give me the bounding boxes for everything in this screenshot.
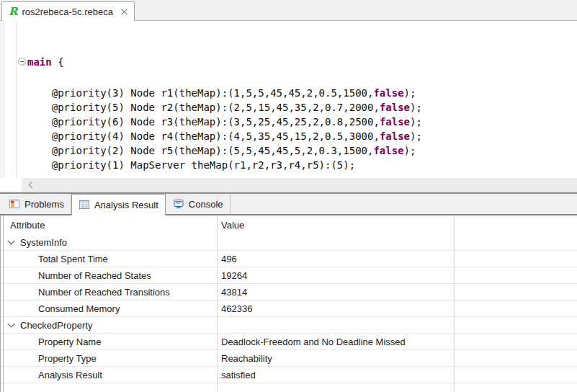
- code-line[interactable]: @priority(1) MapServer theMap(r1,r2,r3,r…: [27, 158, 577, 172]
- attribute-label: Number of Reached States: [38, 270, 151, 281]
- table-row[interactable]: Property NameDeadlock-Freedom and No Dea…: [1, 334, 577, 350]
- problems-icon: [9, 198, 20, 210]
- horizontal-scrollbar[interactable]: [0, 178, 577, 192]
- fold-collapse-icon[interactable]: [18, 58, 26, 66]
- column-divider-attribute-value[interactable]: [217, 215, 218, 392]
- code-lines: main { @priority(3) Node r1(theMap):(1,5…: [27, 55, 577, 172]
- attribute-label: Property Type: [38, 353, 97, 364]
- attribute-cell: Property Name: [1, 334, 217, 349]
- attribute-label: Total Spent Time: [38, 254, 108, 264]
- attribute-cell: Number of Reached States: [1, 267, 217, 283]
- value-cell: 43814: [217, 284, 577, 300]
- table-row[interactable]: Consumed Memory462336: [1, 300, 577, 317]
- attribute-cell: Number of Reached Transitions: [1, 284, 217, 300]
- attribute-label: SystemInfo: [20, 237, 67, 248]
- attribute-cell: CheckedProperty: [1, 317, 217, 333]
- tab-label: Analysis Result: [94, 200, 158, 210]
- tab-console[interactable]: Console: [166, 194, 231, 214]
- table-row[interactable]: Total Spent Time496: [1, 251, 577, 267]
- table-row[interactable]: Property TypeReachability: [1, 350, 577, 367]
- console-icon: [173, 198, 184, 210]
- chevron-down-icon[interactable]: [8, 320, 15, 327]
- attribute-label: Analysis Result: [38, 370, 102, 380]
- attribute-label: Property Name: [38, 337, 101, 347]
- attribute-cell: Property Type: [1, 350, 217, 366]
- bottom-view-pane: ProblemsAnalysis ResultConsole Attribute…: [0, 194, 577, 392]
- afra-ide-window: R ros2rebeca-5c.rebeca main { @priority(…: [0, 0, 577, 392]
- attribute-label: Consumed Memory: [38, 303, 120, 314]
- value-cell: [217, 317, 577, 333]
- value-cell: 496: [217, 251, 577, 267]
- code-line[interactable]: @priority(6) Node r3(theMap):(3,5,25,45,…: [27, 115, 577, 129]
- table-row[interactable]: Analysis Resultsatisfied: [1, 367, 577, 383]
- editor-tabbar: R ros2rebeca-5c.rebeca: [0, 0, 577, 21]
- table-header: Attribute Value: [1, 215, 577, 234]
- tab-label: Console: [189, 199, 223, 210]
- value-cell: [217, 234, 577, 250]
- gutter-divider: [16, 21, 17, 178]
- code-line[interactable]: main {: [27, 55, 577, 69]
- value-cell: Deadlock-Freedom and No Deadline Missed: [217, 334, 577, 349]
- annotation-ruler: [0, 21, 5, 178]
- table-row[interactable]: CheckedProperty: [1, 317, 577, 334]
- attribute-cell: Analysis Result: [1, 367, 217, 383]
- value-cell: 462336: [217, 300, 577, 316]
- value-cell: 19264: [217, 267, 577, 283]
- close-icon[interactable]: [121, 9, 128, 15]
- code-line-current[interactable]: @priority(2) Node r5(theMap):(5,5,45,45,…: [27, 143, 577, 158]
- attribute-cell: SystemInfo: [1, 234, 217, 250]
- code-line[interactable]: @priority(4) Node r4(theMap):(4,5,35,45,…: [27, 129, 577, 143]
- table-row[interactable]: Number of Reached States19264: [1, 267, 577, 284]
- chevron-down-icon[interactable]: [8, 237, 15, 244]
- code-line[interactable]: @priority(3) Node r1(theMap):(1,5,5,45,4…: [27, 86, 577, 100]
- scroll-left-arrow-icon[interactable]: [29, 182, 36, 189]
- table-row[interactable]: SystemInfo: [1, 234, 577, 251]
- scrollbar-corner: [0, 178, 22, 192]
- analysis-rows: SystemInfoTotal Spent Time496Number of R…: [1, 234, 577, 383]
- code-line[interactable]: [27, 69, 577, 86]
- value-cell: satisfied: [217, 367, 577, 383]
- table-row[interactable]: Number of Reached Transitions43814: [1, 284, 577, 300]
- attribute-cell: Total Spent Time: [1, 251, 217, 267]
- editor-pane: R ros2rebeca-5c.rebeca main { @priority(…: [0, 0, 577, 178]
- column-header-value[interactable]: Value: [217, 220, 244, 231]
- value-cell: Reachability: [217, 350, 577, 366]
- column-divider-value-end[interactable]: [454, 215, 455, 392]
- tab-problems[interactable]: Problems: [1, 194, 71, 214]
- analysis-table-icon: [79, 199, 90, 210]
- code-line[interactable]: @priority(5) Node r2(theMap):(2,5,15,45,…: [27, 100, 577, 115]
- attribute-cell: Consumed Memory: [1, 300, 217, 316]
- attribute-label: CheckedProperty: [20, 320, 92, 331]
- column-header-attribute[interactable]: Attribute: [1, 220, 217, 231]
- tab-label: Problems: [24, 199, 64, 210]
- rebeca-file-icon: R: [9, 6, 17, 17]
- code-editor[interactable]: main { @priority(3) Node r1(theMap):(1,5…: [0, 21, 577, 178]
- bottom-tabbar: ProblemsAnalysis ResultConsole: [0, 194, 577, 214]
- editor-tab-title: ros2rebeca-5c.rebeca: [22, 6, 112, 17]
- tab-analysis-result[interactable]: Analysis Result: [71, 194, 166, 215]
- editor-tab[interactable]: R ros2rebeca-5c.rebeca: [1, 1, 135, 21]
- analysis-result-view: Attribute Value SystemInfoTotal Spent Ti…: [0, 215, 577, 392]
- attribute-label: Number of Reached Transitions: [38, 287, 170, 298]
